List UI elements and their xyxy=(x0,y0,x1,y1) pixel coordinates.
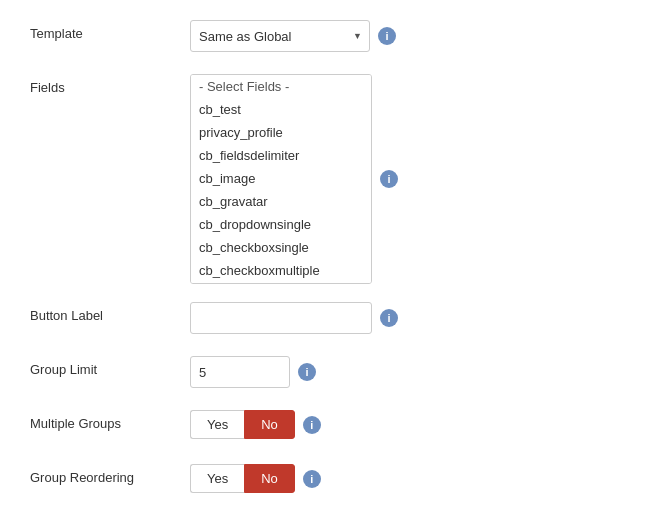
fields-list-item[interactable]: privacy_profile xyxy=(191,121,371,144)
group-limit-input[interactable] xyxy=(190,356,290,388)
fields-listbox[interactable]: - Select Fields -cb_testprivacy_profilec… xyxy=(190,74,372,284)
fields-list-item[interactable]: cb_dropdownmultiple xyxy=(191,282,371,284)
button-label-row: Button Label i xyxy=(30,302,630,338)
fields-list-item[interactable]: cb_image xyxy=(191,167,371,190)
group-reordering-no-button[interactable]: No xyxy=(244,464,295,493)
template-row: Template Same as GlobalCustomDefault i xyxy=(30,20,630,56)
group-limit-row: Group Limit i xyxy=(30,356,630,392)
multiple-groups-no-button[interactable]: No xyxy=(244,410,295,439)
fields-control: - Select Fields -cb_testprivacy_profilec… xyxy=(190,74,630,284)
multiple-groups-info-icon[interactable]: i xyxy=(303,416,321,434)
fields-list-item[interactable]: cb_checkboxmultiple xyxy=(191,259,371,282)
button-label-input[interactable] xyxy=(190,302,372,334)
template-label: Template xyxy=(30,20,190,41)
multiple-groups-control: Yes No i xyxy=(190,410,630,439)
multiple-groups-label: Multiple Groups xyxy=(30,410,190,431)
fields-list-item[interactable]: cb_gravatar xyxy=(191,190,371,213)
form-container: Template Same as GlobalCustomDefault i F… xyxy=(0,0,660,517)
button-label-label: Button Label xyxy=(30,302,190,323)
fields-row: Fields - Select Fields -cb_testprivacy_p… xyxy=(30,74,630,284)
group-limit-info-icon[interactable]: i xyxy=(298,363,316,381)
template-select-wrapper: Same as GlobalCustomDefault xyxy=(190,20,370,52)
fields-info-icon[interactable]: i xyxy=(380,170,398,188)
group-reordering-yes-button[interactable]: Yes xyxy=(190,464,244,493)
group-reordering-row: Group Reordering Yes No i xyxy=(30,464,630,500)
group-limit-control: i xyxy=(190,356,630,388)
fields-list-item[interactable]: cb_fieldsdelimiter xyxy=(191,144,371,167)
fields-list-item[interactable]: cb_checkboxsingle xyxy=(191,236,371,259)
fields-list-item[interactable]: cb_test xyxy=(191,98,371,121)
group-reordering-control: Yes No i xyxy=(190,464,630,493)
fields-list-item[interactable]: cb_dropdownsingle xyxy=(191,213,371,236)
fields-list-item[interactable]: - Select Fields - xyxy=(191,75,371,98)
multiple-groups-toggle: Yes No xyxy=(190,410,295,439)
fields-label: Fields xyxy=(30,74,190,95)
template-control: Same as GlobalCustomDefault i xyxy=(190,20,630,52)
group-limit-label: Group Limit xyxy=(30,356,190,377)
button-label-info-icon[interactable]: i xyxy=(380,309,398,327)
multiple-groups-row: Multiple Groups Yes No i xyxy=(30,410,630,446)
multiple-groups-yes-button[interactable]: Yes xyxy=(190,410,244,439)
template-info-icon[interactable]: i xyxy=(378,27,396,45)
group-reordering-info-icon[interactable]: i xyxy=(303,470,321,488)
group-reordering-toggle: Yes No xyxy=(190,464,295,493)
template-select[interactable]: Same as GlobalCustomDefault xyxy=(190,20,370,52)
button-label-control: i xyxy=(190,302,630,334)
fields-wrapper: - Select Fields -cb_testprivacy_profilec… xyxy=(190,74,372,284)
group-reordering-label: Group Reordering xyxy=(30,464,190,485)
